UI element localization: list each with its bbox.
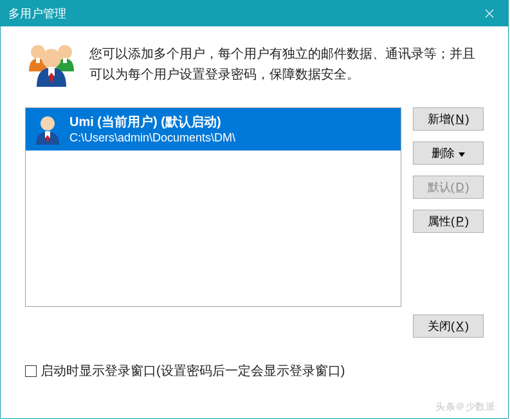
close-button[interactable]: 关闭(X) (413, 315, 484, 338)
user-path: C:\Users\admin\Documents\DM\ (69, 130, 394, 145)
header-row: 您可以添加多个用户，每个用户有独立的邮件数据、通讯录等；并且可以为每个用户设置登… (25, 41, 484, 89)
checkbox-row[interactable]: 启动时显示登录窗口(设置密码后一定会显示登录窗口) (25, 362, 484, 379)
user-list[interactable]: Umi (当前用户) (默认启动) C:\Users\admin\Documen… (25, 107, 401, 307)
add-button[interactable]: 新增(N) (413, 107, 484, 131)
svg-marker-12 (459, 152, 465, 157)
titlebar: 多用户管理 (1, 1, 508, 26)
svg-point-9 (41, 116, 55, 131)
description-text: 您可以添加多个用户，每个用户有独立的邮件数据、通讯录等；并且可以为每个用户设置登… (89, 41, 484, 84)
button-column: 新增(N) 删除 默认(D) 属性(P) 关闭(X) (413, 107, 484, 338)
svg-point-6 (42, 49, 61, 68)
delete-button[interactable]: 删除 (413, 142, 484, 165)
svg-rect-5 (63, 58, 67, 63)
watermark-text: 头条＠少数派 (435, 401, 495, 413)
dialog-window: 多用户管理 (0, 0, 509, 419)
close-icon (485, 9, 494, 18)
user-avatar-icon (32, 114, 63, 145)
default-button: 默认(D) (413, 176, 484, 199)
show-login-checkbox[interactable] (25, 365, 37, 377)
users-group-icon (25, 41, 78, 89)
chevron-down-icon (459, 147, 465, 160)
window-title: 多用户管理 (8, 6, 66, 21)
properties-button[interactable]: 属性(P) (413, 210, 484, 233)
user-display-name: Umi (当前用户) (默认启动) (69, 113, 394, 130)
main-row: Umi (当前用户) (默认启动) C:\Users\admin\Documen… (25, 107, 484, 338)
content-area: 您可以添加多个用户，每个用户有独立的邮件数据、通讯录等；并且可以为每个用户设置登… (1, 26, 508, 392)
user-info: Umi (当前用户) (默认启动) C:\Users\admin\Documen… (69, 113, 394, 145)
user-list-item[interactable]: Umi (当前用户) (默认启动) C:\Users\admin\Documen… (26, 108, 401, 151)
svg-rect-3 (36, 58, 40, 63)
checkbox-label: 启动时显示登录窗口(设置密码后一定会显示登录窗口) (41, 362, 345, 379)
window-close-button[interactable] (471, 1, 508, 26)
